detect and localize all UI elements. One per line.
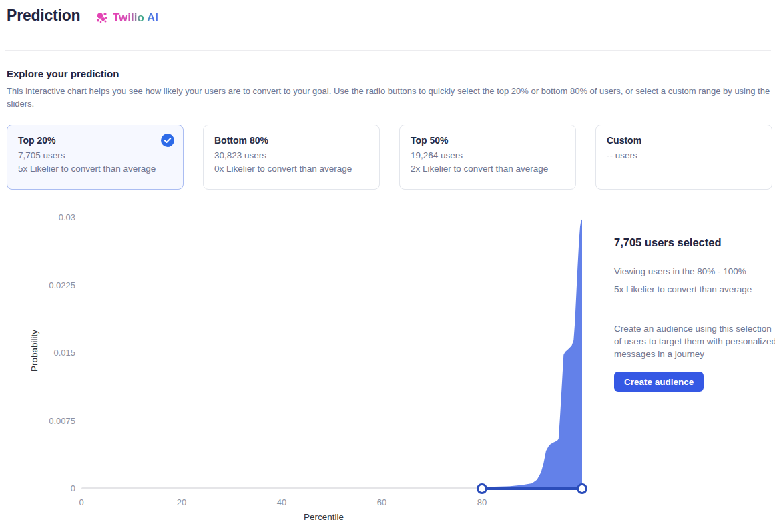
card-users: 30,823 users [214, 150, 368, 160]
viewing-range-text: Viewing users in the 80% - 100% [614, 265, 775, 278]
y-axis-tick-label: 0.0225 [0, 280, 75, 290]
likelihood-text: 5x Likelier to convert than average [614, 283, 775, 296]
card-likelihood: 5x Likelier to convert than average [18, 164, 172, 174]
card-title: Custom [607, 135, 761, 146]
card-bottom-80[interactable]: Bottom 80% 30,823 users 0x Likelier to c… [203, 125, 380, 190]
prediction-range-cards: Top 20% 7,705 users 5x Likelier to conve… [7, 125, 772, 190]
y-axis-tick-label: 0.0075 [0, 416, 75, 426]
card-likelihood: 0x Likelier to convert than average [214, 164, 368, 174]
slider-selected-range[interactable] [482, 487, 582, 490]
card-top-50[interactable]: Top 50% 19,264 users 2x Likelier to conv… [399, 125, 576, 190]
card-top-20[interactable]: Top 20% 7,705 users 5x Likelier to conve… [7, 125, 184, 190]
create-audience-button[interactable]: Create audience [614, 372, 704, 392]
page-title: Prediction [7, 7, 80, 25]
twilio-ai-label: Twilio AI [113, 11, 158, 25]
explore-heading: Explore your prediction [7, 68, 119, 79]
x-axis-tick-label: 80 [477, 497, 487, 507]
selection-summary-panel: 7,705 users selected Viewing users in th… [614, 236, 775, 392]
card-likelihood: 2x Likelier to convert than average [411, 164, 565, 174]
y-axis-tick-label: 0 [0, 483, 75, 493]
slider-handle-start[interactable] [477, 483, 487, 494]
card-users: 19,264 users [411, 150, 565, 160]
explore-description: This interactive chart helps you see how… [7, 85, 772, 110]
card-custom[interactable]: Custom -- users [595, 125, 772, 190]
x-axis-title: Percentile [304, 512, 344, 522]
x-axis-tick-label: 20 [177, 497, 186, 507]
selected-check-icon [161, 134, 174, 147]
card-title: Bottom 80% [214, 135, 368, 146]
twilio-ai-splat-icon [95, 11, 109, 25]
create-audience-description: Create an audience using this selection … [614, 322, 775, 360]
prediction-page: Prediction Twilio AI Explore your predic… [0, 0, 775, 532]
probability-area-chart [81, 218, 582, 489]
x-axis-tick-label: 40 [277, 497, 286, 507]
card-users: 7,705 users [18, 150, 172, 160]
card-title: Top 20% [18, 135, 172, 146]
x-axis-tick-label: 0 [79, 497, 83, 507]
slider-handle-end[interactable] [577, 483, 587, 494]
x-axis-tick-label: 60 [377, 497, 386, 507]
header-divider [5, 50, 771, 51]
card-users: -- users [607, 150, 761, 160]
card-title: Top 50% [411, 135, 565, 146]
twilio-ai-badge: Twilio AI [95, 11, 158, 25]
y-axis-tick-label: 0.03 [0, 212, 75, 222]
users-selected-title: 7,705 users selected [614, 236, 775, 249]
y-axis-tick-label: 0.015 [0, 348, 75, 358]
